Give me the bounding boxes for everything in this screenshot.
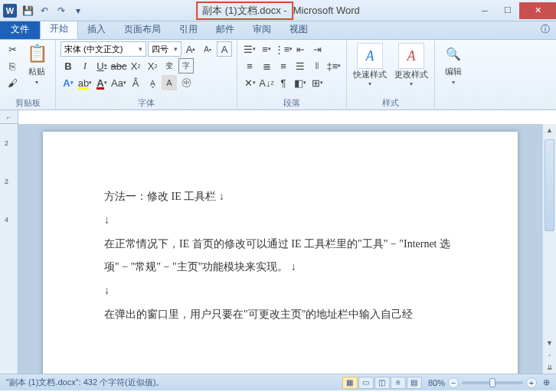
align-left-icon[interactable]: ≡ — [242, 58, 257, 74]
borders-icon[interactable]: ⊞▾ — [309, 75, 325, 90]
format-painter-icon[interactable]: 🖌 — [5, 75, 20, 90]
find-icon: 🔍 — [443, 43, 464, 64]
paste-icon: 📋 — [26, 43, 47, 64]
doc-paragraph[interactable]: 方法一：修改 IE 工具栏 ↓ — [104, 185, 456, 209]
phonetic-guide-icon[interactable]: 变 — [162, 58, 177, 74]
subscript-button[interactable]: X2 — [128, 58, 143, 74]
undo-icon[interactable]: ↶ — [37, 3, 52, 18]
styles-group-label: 样式 — [352, 96, 430, 109]
vertical-scrollbar[interactable]: ▲ ▼ ◦ ⇊ — [542, 124, 556, 374]
tab-review[interactable]: 审阅 — [244, 20, 280, 39]
shrink-font-icon[interactable]: A▾ — [200, 41, 215, 57]
tab-layout[interactable]: 页面布局 — [115, 20, 170, 39]
scroll-down-icon[interactable]: ▼ — [543, 337, 556, 349]
font-name-combo[interactable]: 宋体 (中文正文)▾ — [61, 41, 146, 57]
scroll-thumb[interactable] — [545, 139, 554, 231]
doc-paragraph[interactable]: 在正常情况下，IE 首页的修改可以通过 IE 工具栏里的"工具" − "Inte… — [104, 233, 456, 280]
fullscreen-view-icon[interactable]: ▭ — [358, 377, 374, 389]
char-border-icon[interactable]: 字 — [178, 58, 194, 74]
web-layout-view-icon[interactable]: ◫ — [374, 377, 390, 389]
help-icon[interactable]: ⓘ — [535, 20, 556, 39]
minimize-button[interactable]: ─ — [473, 2, 496, 19]
editing-button[interactable]: 🔍 编辑 ▾ — [440, 41, 467, 87]
paste-button[interactable]: 📋 粘贴 ▾ — [23, 41, 51, 87]
align-right-icon[interactable]: ≡ — [276, 58, 291, 74]
italic-button[interactable]: I — [77, 58, 93, 74]
justify-icon[interactable]: ☰ — [293, 58, 308, 74]
status-bar: "副本 (1)文档.docx": 432 个字符(近似值)。 ▦ ▭ ◫ ≡ ▤… — [0, 374, 556, 390]
window-controls: ─ ☐ ✕ — [473, 2, 556, 19]
ruler-corner: ⌐ — [0, 110, 18, 124]
distribute-icon[interactable]: ⫴ — [309, 58, 325, 74]
doc-paragraph[interactable]: ↓ — [104, 209, 456, 233]
numbering-icon[interactable]: ≡▾ — [259, 41, 274, 57]
align-center-icon[interactable]: ≣ — [259, 58, 274, 74]
tab-references[interactable]: 引用 — [170, 20, 207, 39]
zoom-control: 80% − + ⊕ — [428, 377, 550, 388]
redo-icon[interactable]: ↷ — [54, 3, 69, 18]
sort-icon[interactable]: A↓Z — [259, 75, 274, 90]
qat-customize-icon[interactable]: ▾ — [70, 3, 86, 18]
show-marks-icon[interactable]: ¶ — [276, 75, 291, 90]
print-layout-view-icon[interactable]: ▦ — [342, 377, 358, 389]
document-scroll[interactable]: 方法一：修改 IE 工具栏 ↓ ↓ 在正常情况下，IE 首页的修改可以通过 IE… — [18, 124, 542, 374]
line-spacing-icon[interactable]: ‡≡▾ — [326, 58, 342, 74]
strikethrough-button[interactable]: abc — [111, 58, 126, 74]
vertical-ruler[interactable]: 224 — [0, 124, 18, 374]
tab-view[interactable]: 视图 — [280, 20, 317, 39]
outline-view-icon[interactable]: ≡ — [391, 377, 406, 389]
next-page-icon[interactable]: ⇊ — [543, 361, 556, 374]
shrink-font-alt-icon[interactable]: A̬ — [145, 75, 160, 90]
clear-format-icon[interactable]: A — [217, 41, 232, 57]
save-icon[interactable]: 💾 — [20, 3, 35, 18]
prev-page-icon[interactable]: ◦ — [543, 349, 556, 361]
doc-paragraph[interactable]: 在弹出的窗口里，用户只要在"可更改主页"的地址栏中输入自己经 — [104, 303, 456, 327]
zoom-slider[interactable] — [462, 381, 523, 384]
tab-home[interactable]: 开始 — [40, 18, 78, 39]
font-size-combo[interactable]: 四号▾ — [148, 41, 182, 57]
group-styles: A 快速样式 ▾ A 更改样式 ▾ 样式 — [347, 40, 435, 109]
decrease-indent-icon[interactable]: ⇤ — [293, 41, 308, 57]
text-effects-icon[interactable]: A▾ — [61, 75, 76, 90]
zoom-in-button[interactable]: + — [526, 377, 537, 388]
ribbon-tabs: 文件 开始 插入 页面布局 引用 邮件 审阅 视图 ⓘ — [0, 21, 556, 40]
status-text[interactable]: "副本 (1)文档.docx": 432 个字符(近似值)。 — [6, 377, 342, 388]
window-title: 副本 (1)文档.docx - Microsoft Word — [196, 2, 360, 20]
char-shading-icon[interactable]: A — [162, 75, 177, 90]
tab-file[interactable]: 文件 — [0, 20, 40, 39]
superscript-button[interactable]: X2 — [145, 58, 160, 74]
zoom-thumb[interactable] — [489, 378, 495, 387]
change-case-icon[interactable]: Aa▾ — [111, 75, 126, 90]
grow-font-icon[interactable]: A▴ — [183, 41, 198, 57]
paragraph-group-label: 段落 — [242, 96, 342, 109]
quick-styles-button[interactable]: A 快速样式 ▾ — [352, 41, 388, 89]
enclose-char-icon[interactable]: ㊥ — [178, 75, 194, 90]
bullets-icon[interactable]: ☰▾ — [242, 41, 257, 57]
doc-paragraph[interactable]: ↓ — [104, 279, 456, 303]
highlight-icon[interactable]: ab▾ — [77, 75, 93, 90]
bold-button[interactable]: B — [61, 58, 76, 74]
copy-icon[interactable]: ⎘ — [5, 58, 20, 74]
cut-icon[interactable]: ✂ — [5, 41, 20, 57]
draft-view-icon[interactable]: ▤ — [407, 377, 422, 389]
maximize-button[interactable]: ☐ — [496, 2, 519, 19]
zoom-level[interactable]: 80% — [428, 378, 445, 387]
zoom-fit-icon[interactable]: ⊕ — [543, 377, 550, 387]
multilevel-icon[interactable]: ⋮≡▾ — [276, 41, 291, 57]
increase-indent-icon[interactable]: ⇥ — [309, 41, 325, 57]
grow-font-alt-icon[interactable]: Â — [128, 75, 143, 90]
group-clipboard: ✂ ⎘ 🖌 📋 粘贴 ▾ 剪贴板 — [0, 40, 56, 109]
font-color-icon[interactable]: A▾ — [94, 75, 110, 90]
change-styles-button[interactable]: A 更改样式 ▾ — [393, 41, 430, 89]
tab-mailings[interactable]: 邮件 — [207, 20, 244, 39]
tab-insert[interactable]: 插入 — [78, 20, 115, 39]
asian-layout-icon[interactable]: ✕▾ — [242, 75, 257, 90]
scroll-up-icon[interactable]: ▲ — [543, 124, 556, 136]
close-button[interactable]: ✕ — [519, 2, 556, 19]
title-filename: 副本 (1)文档.docx - — [202, 5, 287, 16]
page[interactable]: 方法一：修改 IE 工具栏 ↓ ↓ 在正常情况下，IE 首页的修改可以通过 IE… — [43, 132, 518, 374]
zoom-out-button[interactable]: − — [448, 377, 459, 388]
word-icon: W — [3, 4, 17, 18]
shading-icon[interactable]: ◧▾ — [293, 75, 308, 90]
underline-button[interactable]: U▾ — [94, 58, 110, 74]
